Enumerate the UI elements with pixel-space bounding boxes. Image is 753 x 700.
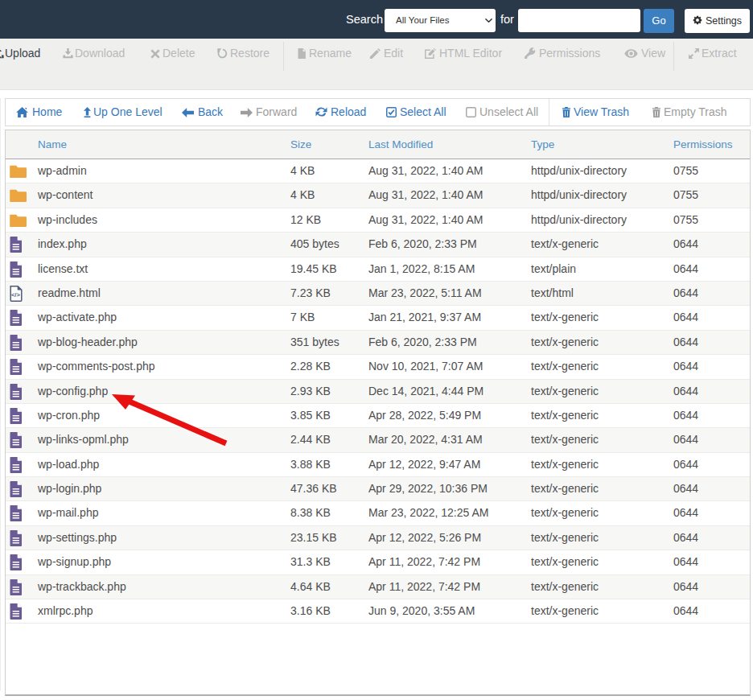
svg-text:</>: </> — [10, 291, 19, 299]
